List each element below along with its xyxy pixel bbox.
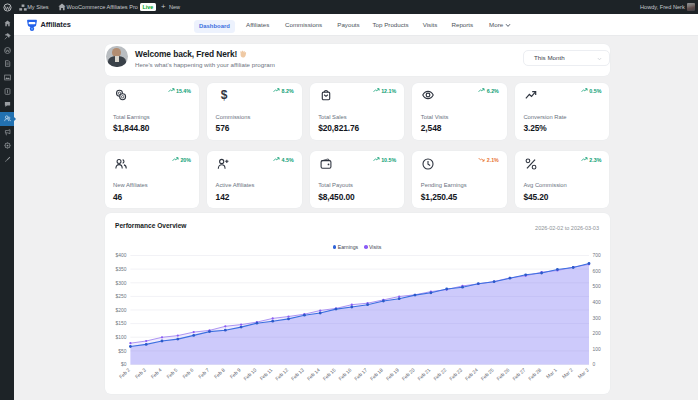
svg-text:Mar 3: Mar 3 <box>577 367 590 379</box>
svg-text:Feb 6: Feb 6 <box>181 367 194 379</box>
svg-text:$350: $350 <box>115 267 126 272</box>
svg-text:Mar 1: Mar 1 <box>545 367 558 379</box>
svg-text:500: 500 <box>592 284 600 289</box>
svg-text:Feb 3: Feb 3 <box>134 367 147 379</box>
svg-text:0: 0 <box>592 362 595 367</box>
svg-text:Feb 13: Feb 13 <box>290 367 305 381</box>
svg-text:$250: $250 <box>115 294 126 299</box>
svg-text:$0: $0 <box>121 362 127 367</box>
svg-text:Feb 17: Feb 17 <box>353 367 368 381</box>
svg-text:700: 700 <box>592 253 600 258</box>
svg-text:$100: $100 <box>115 335 126 340</box>
svg-text:100: 100 <box>592 347 600 352</box>
svg-text:Feb 10: Feb 10 <box>242 367 257 381</box>
svg-text:Feb 16: Feb 16 <box>337 367 352 381</box>
svg-text:Feb 15: Feb 15 <box>322 367 337 381</box>
svg-text:$200: $200 <box>115 308 126 313</box>
svg-text:300: 300 <box>592 316 600 321</box>
svg-text:400: 400 <box>592 300 600 305</box>
svg-text:Feb 20: Feb 20 <box>401 367 416 381</box>
svg-text:Feb 18: Feb 18 <box>369 367 384 381</box>
svg-text:Mar 2: Mar 2 <box>561 367 574 379</box>
svg-text:Feb 8: Feb 8 <box>213 367 226 379</box>
svg-text:Feb 26: Feb 26 <box>495 367 510 381</box>
svg-text:Feb 2: Feb 2 <box>118 367 131 379</box>
svg-text:Feb 21: Feb 21 <box>416 367 431 381</box>
svg-text:Feb 5: Feb 5 <box>165 367 178 379</box>
svg-text:$400: $400 <box>115 253 126 258</box>
svg-text:Feb 25: Feb 25 <box>480 367 495 381</box>
svg-text:Feb 11: Feb 11 <box>258 367 273 381</box>
svg-text:$150: $150 <box>115 321 126 326</box>
svg-text:Feb 7: Feb 7 <box>197 367 210 379</box>
svg-text:Feb 28: Feb 28 <box>527 367 542 381</box>
svg-text:Feb 23: Feb 23 <box>448 367 463 381</box>
svg-text:$: $ <box>221 89 228 101</box>
svg-text:$50: $50 <box>118 349 126 354</box>
svg-text:Feb 22: Feb 22 <box>432 367 447 381</box>
svg-text:Feb 12: Feb 12 <box>274 367 289 381</box>
svg-text:200: 200 <box>592 331 600 336</box>
svg-text:Feb 19: Feb 19 <box>385 367 400 381</box>
svg-text:Feb 27: Feb 27 <box>511 367 526 381</box>
svg-text:$300: $300 <box>115 281 126 286</box>
svg-text:Feb 4: Feb 4 <box>150 367 163 379</box>
svg-text:Feb 24: Feb 24 <box>464 367 479 381</box>
svg-text:600: 600 <box>592 269 600 274</box>
svg-text:Feb 14: Feb 14 <box>306 367 321 381</box>
svg-text:Feb 9: Feb 9 <box>229 367 242 379</box>
